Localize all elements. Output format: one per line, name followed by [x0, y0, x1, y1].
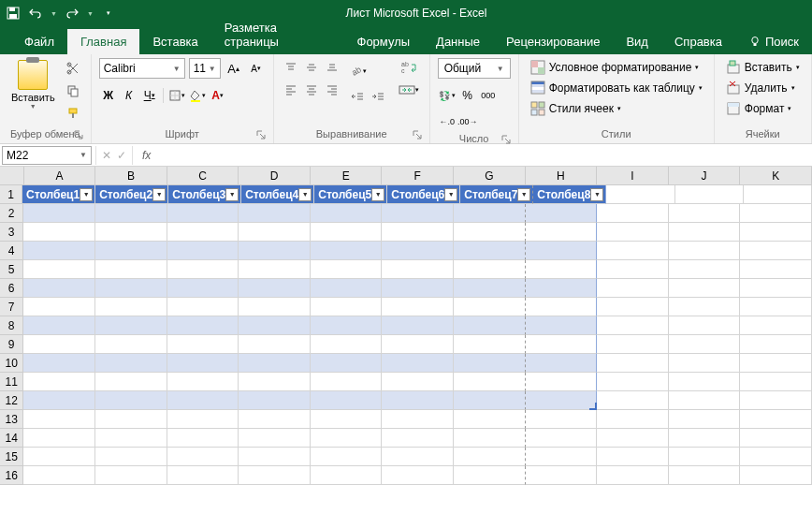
cell[interactable]	[669, 298, 741, 316]
enter-formula-icon[interactable]: ✓	[117, 149, 126, 162]
cell[interactable]	[239, 335, 311, 354]
cell[interactable]: Столбец5▼	[314, 185, 387, 204]
cell[interactable]	[740, 279, 812, 298]
save-icon[interactable]	[6, 6, 21, 21]
cell[interactable]	[23, 279, 95, 298]
decrease-decimal-button[interactable]: .00→	[458, 112, 477, 131]
cell[interactable]	[95, 354, 167, 373]
fill-color-button[interactable]: ▾	[188, 86, 207, 105]
cell[interactable]	[740, 335, 812, 354]
cell[interactable]	[167, 429, 239, 448]
cell[interactable]: Столбец6▼	[387, 185, 460, 204]
cell[interactable]	[454, 204, 526, 223]
cell[interactable]	[239, 391, 311, 410]
cell[interactable]	[311, 354, 383, 373]
column-header[interactable]: H	[526, 167, 598, 185]
cell[interactable]	[167, 354, 239, 373]
undo-icon[interactable]	[28, 6, 43, 21]
delete-cells-button[interactable]: Удалить▾	[722, 79, 804, 97]
cell[interactable]	[669, 466, 741, 485]
font-size-combo[interactable]: 11▼	[189, 58, 221, 79]
cell[interactable]	[526, 466, 598, 485]
cell[interactable]	[311, 466, 383, 485]
font-name-combo[interactable]: Calibri▼	[99, 58, 185, 79]
row-header[interactable]: 9	[0, 335, 23, 354]
cell[interactable]	[311, 279, 383, 298]
cell[interactable]	[239, 429, 311, 448]
cell[interactable]	[23, 242, 95, 260]
align-top-button[interactable]	[282, 58, 300, 77]
cell[interactable]	[95, 242, 167, 260]
filter-dropdown-icon[interactable]: ▼	[80, 188, 93, 201]
cell[interactable]	[669, 354, 741, 373]
cell[interactable]	[454, 242, 526, 260]
cell[interactable]	[382, 448, 454, 466]
cell[interactable]	[382, 354, 454, 373]
cell[interactable]	[597, 242, 669, 260]
cell[interactable]	[669, 448, 741, 466]
cell[interactable]	[23, 298, 95, 316]
cell[interactable]	[744, 185, 812, 204]
decrease-indent-button[interactable]	[349, 88, 368, 107]
cell[interactable]	[382, 204, 454, 223]
cell[interactable]: Столбец4▼	[241, 185, 314, 204]
cell[interactable]	[23, 260, 95, 279]
cell[interactable]	[526, 448, 598, 466]
percent-format-button[interactable]: %	[458, 86, 477, 105]
cell[interactable]	[95, 429, 167, 448]
tab-review[interactable]: Рецензирование	[493, 29, 613, 54]
cell[interactable]	[597, 466, 669, 485]
cell[interactable]	[95, 410, 167, 429]
tell-me-search[interactable]: Поиск	[735, 29, 812, 54]
cell[interactable]	[95, 298, 167, 316]
cell[interactable]	[597, 448, 669, 466]
borders-button[interactable]: ▾	[167, 86, 186, 105]
cell[interactable]	[526, 223, 598, 242]
format-cells-button[interactable]: Формат▾	[722, 99, 804, 118]
cell[interactable]	[669, 242, 741, 260]
cell[interactable]	[311, 204, 383, 223]
column-header[interactable]: A	[24, 167, 96, 185]
cell[interactable]	[95, 204, 167, 223]
cell[interactable]	[740, 373, 812, 391]
filter-dropdown-icon[interactable]: ▼	[225, 188, 239, 201]
cell[interactable]	[597, 223, 669, 242]
orientation-button[interactable]: ab▾	[349, 62, 368, 81]
cell[interactable]	[740, 429, 812, 448]
row-header[interactable]: 15	[0, 448, 23, 466]
align-center-button[interactable]	[302, 81, 321, 99]
cell[interactable]: Столбец2▼	[95, 185, 168, 204]
cell[interactable]	[526, 429, 598, 448]
cell[interactable]	[95, 260, 167, 279]
cell[interactable]	[95, 316, 167, 335]
cell[interactable]	[740, 242, 812, 260]
cell[interactable]	[167, 223, 239, 242]
cell[interactable]	[23, 429, 95, 448]
align-middle-button[interactable]	[302, 58, 321, 77]
cell[interactable]	[239, 316, 311, 335]
cell[interactable]	[454, 298, 526, 316]
column-header[interactable]: B	[95, 167, 167, 185]
cell[interactable]	[597, 429, 669, 448]
row-header[interactable]: 6	[0, 279, 23, 298]
cell[interactable]	[740, 260, 812, 279]
cell[interactable]	[239, 260, 311, 279]
filter-dropdown-icon[interactable]: ▼	[444, 188, 457, 201]
font-color-button[interactable]: A▾	[209, 86, 227, 105]
cell[interactable]	[740, 354, 812, 373]
cell[interactable]	[167, 316, 239, 335]
cell[interactable]	[669, 373, 741, 391]
cell[interactable]	[167, 448, 239, 466]
conditional-formatting-button[interactable]: Условное форматирование▾	[527, 58, 706, 77]
cell[interactable]	[740, 223, 812, 242]
cell[interactable]	[454, 410, 526, 429]
cell[interactable]	[239, 410, 311, 429]
cell[interactable]	[454, 429, 526, 448]
name-box[interactable]: M22▼	[2, 146, 92, 165]
comma-format-button[interactable]: 000	[479, 86, 498, 105]
cell[interactable]: Столбец1▼	[22, 185, 95, 204]
cell[interactable]	[167, 204, 239, 223]
increase-decimal-button[interactable]: ←.0	[438, 112, 457, 131]
cell[interactable]: Столбец7▼	[460, 185, 533, 204]
cell[interactable]	[311, 335, 383, 354]
